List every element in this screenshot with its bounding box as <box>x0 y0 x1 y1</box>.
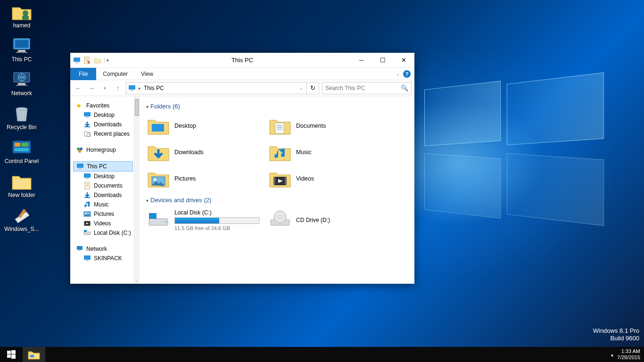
svg-rect-3 <box>15 40 28 48</box>
address-dropdown-icon[interactable]: ⌵ <box>298 85 305 90</box>
nav-item-pc-localdisk[interactable]: Local Disk (C:) <box>73 228 140 238</box>
svg-rect-41 <box>77 246 83 250</box>
clock-date: 7/28/2015 <box>617 354 640 361</box>
videos-icon <box>83 220 91 227</box>
start-button[interactable] <box>0 347 23 362</box>
drive-local-disk-c[interactable]: Local Disk (C:) 11.5 GB free of 24.6 GB <box>146 208 264 232</box>
navigation-pane: ⌵ ★Favorites Desktop Downloads Recent pl… <box>70 96 140 284</box>
svg-rect-28 <box>77 164 83 168</box>
address-text: This PC <box>144 85 164 91</box>
svg-rect-19 <box>129 85 135 90</box>
nav-item-pc-documents[interactable]: Documents <box>73 181 140 190</box>
folder-documents[interactable]: Documents <box>268 115 386 137</box>
drive-name: CD Drive (D:) <box>296 217 330 223</box>
desktop-folder-icon <box>147 116 170 135</box>
svg-rect-50 <box>273 177 275 185</box>
svg-rect-32 <box>85 182 90 189</box>
taskbar-explorer-button[interactable] <box>23 347 45 362</box>
folder-music[interactable]: Music <box>268 141 386 164</box>
section-drives-header[interactable]: Devices and drives (2) <box>146 197 408 204</box>
new-folder-icon[interactable] <box>94 57 101 64</box>
svg-rect-31 <box>86 178 89 179</box>
nav-item-pc-pictures[interactable]: Pictures <box>73 209 140 219</box>
folder-desktop[interactable]: Desktop <box>146 115 264 137</box>
maximize-button[interactable]: ☐ <box>372 54 393 67</box>
desktop-icon-new-folder[interactable]: New folder <box>4 172 40 198</box>
nav-item-pc-music[interactable]: Music <box>73 200 140 209</box>
close-button[interactable]: ✕ <box>393 54 414 67</box>
icon-label: hamed <box>13 23 31 29</box>
svg-rect-12 <box>15 143 20 147</box>
desktop-icon-this-pc[interactable]: This PC <box>4 36 40 63</box>
folder-videos[interactable]: Videos <box>268 167 386 190</box>
nav-item-pc-downloads[interactable]: Downloads <box>73 190 140 200</box>
svg-point-48 <box>154 178 157 181</box>
help-icon[interactable]: ? <box>403 70 411 78</box>
nav-item-downloads[interactable]: Downloads <box>73 120 140 129</box>
navigation-bar: ← → ▾ ↑ ▸ This PC ⌵ ↻ 🔍 <box>70 80 414 96</box>
nav-favorites[interactable]: ★Favorites <box>73 101 140 110</box>
desktop-icon <box>83 111 91 119</box>
address-bar[interactable]: ▸ This PC ⌵ <box>126 82 307 94</box>
svg-rect-30 <box>84 173 91 178</box>
cd-drive-icon <box>269 209 291 228</box>
nav-item-desktop[interactable]: Desktop <box>73 110 140 120</box>
nav-item-pc-desktop[interactable]: Desktop <box>73 172 140 181</box>
nav-item-recent[interactable]: Recent places <box>73 129 140 139</box>
svg-rect-11 <box>13 141 31 153</box>
svg-rect-42 <box>79 250 81 251</box>
clock[interactable]: 1:33 AM 7/28/2015 <box>617 348 640 361</box>
system-tray[interactable]: ▴ 1:33 AM 7/28/2015 <box>611 347 644 362</box>
icon-label: New folder <box>8 192 35 198</box>
documents-folder-icon <box>269 116 291 135</box>
tab-view[interactable]: View <box>134 68 160 80</box>
drive-cd-d[interactable]: CD Drive (D:) <box>268 208 386 232</box>
titlebar[interactable]: ▾ This PC ─ ☐ ✕ <box>70 53 414 68</box>
wallpaper-panel <box>507 153 604 226</box>
desktop-icon-recycle-bin[interactable]: Recycle Bin <box>4 104 40 131</box>
section-folders-header[interactable]: Folders (6) <box>146 103 408 110</box>
computer-icon <box>83 255 91 262</box>
up-button[interactable]: ↑ <box>113 83 123 93</box>
drive-usage-text: 11.5 GB free of 24.6 GB <box>174 225 259 231</box>
content-pane: Folders (6) Desktop Documents Downloads … <box>140 96 414 284</box>
back-button[interactable]: ← <box>73 83 83 93</box>
desktop-icon-network[interactable]: Network <box>4 70 40 97</box>
nav-homegroup[interactable]: Homegroup <box>73 145 140 155</box>
desktop-icon-user[interactable]: hamed <box>4 2 40 29</box>
svg-rect-1 <box>22 16 29 20</box>
tab-file[interactable]: File <box>70 68 96 80</box>
computer-icon <box>10 36 33 55</box>
tray-arrow-icon[interactable]: ▴ <box>611 352 613 357</box>
expand-ribbon-icon[interactable]: ⌵ <box>396 71 399 76</box>
svg-rect-14 <box>15 148 29 151</box>
search-input[interactable] <box>325 85 401 91</box>
tab-computer[interactable]: Computer <box>96 68 134 80</box>
forward-button[interactable]: → <box>86 83 97 93</box>
minimize-button[interactable]: ─ <box>351 54 372 67</box>
nav-this-pc[interactable]: This PC <box>73 161 133 172</box>
computer-icon <box>128 84 136 92</box>
recent-dropdown-icon[interactable]: ▾ <box>99 83 110 93</box>
search-box[interactable]: 🔍 <box>322 82 412 94</box>
svg-rect-61 <box>11 354 16 359</box>
refresh-button[interactable]: ↻ <box>307 82 319 94</box>
svg-rect-4 <box>18 50 25 52</box>
explorer-window: ▾ This PC ─ ☐ ✕ File Computer View ⌵ ? ←… <box>70 53 414 284</box>
folder-pictures[interactable]: Pictures <box>146 167 264 190</box>
qat-dropdown-icon[interactable]: ▾ <box>104 58 109 63</box>
desktop-icon-control-panel[interactable]: Control Panel <box>4 138 40 165</box>
drive-name: Local Disk (C:) <box>174 209 259 216</box>
folder-downloads[interactable]: Downloads <box>146 141 264 164</box>
download-icon <box>83 121 91 128</box>
explorer-icon <box>28 349 40 360</box>
svg-rect-43 <box>84 255 91 260</box>
nav-item-net-skinpack[interactable]: SKINPACK <box>73 254 140 263</box>
properties-icon[interactable] <box>83 57 91 64</box>
svg-point-27 <box>78 150 81 153</box>
nav-network[interactable]: Network <box>73 244 140 254</box>
address-separator-icon[interactable]: ▸ <box>139 86 141 90</box>
desktop-icon-windows-s[interactable]: Windows_S... <box>4 206 40 232</box>
computer-icon <box>76 163 84 170</box>
nav-item-pc-videos[interactable]: Videos <box>73 219 140 228</box>
